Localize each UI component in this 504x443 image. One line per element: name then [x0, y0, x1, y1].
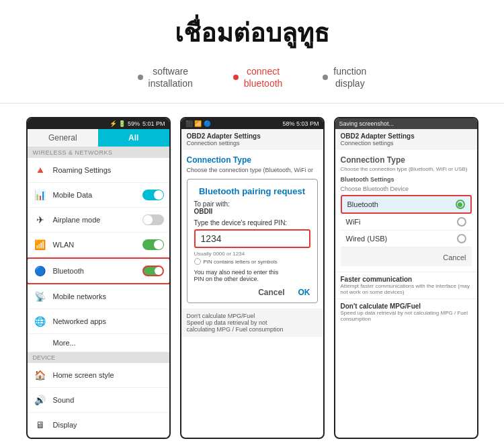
- airplane-icon: ✈: [33, 212, 48, 227]
- bt-radio-bluetooth: [456, 200, 465, 209]
- screen3-conn-desc: Choose the connection type (Bluetooth, W…: [341, 166, 472, 172]
- wlan-toggle[interactable]: [142, 239, 164, 250]
- bluetooth-toggle[interactable]: [142, 266, 164, 276]
- screen3-sub-title: Connection settings: [341, 140, 472, 147]
- bt-checkbox-row: PIN contains letters or symbols: [194, 258, 310, 265]
- row-more-label: More...: [33, 339, 164, 347]
- roaming-icon: 🔺: [33, 163, 48, 177]
- bt-option-wifi-label: WiFi: [346, 218, 457, 226]
- bluetooth-icon: 🔵: [33, 264, 48, 278]
- screen2-right-status: 58% 5:03 PM: [282, 120, 319, 127]
- step-function-label: functiondisplay: [333, 65, 366, 89]
- cancel-row: Cancel: [341, 247, 472, 266]
- bt-pin-input[interactable]: [194, 229, 310, 248]
- row-home-label: Home screen style: [53, 371, 164, 379]
- bt-to-pair: To pair with: OBDII: [194, 200, 310, 215]
- bt-option-wired[interactable]: Wired (USB): [341, 231, 472, 247]
- faster-desc: Attempt faster communications with the i…: [341, 283, 472, 295]
- sound-icon: 🔊: [33, 393, 48, 407]
- mobile-data-icon: 📊: [33, 188, 48, 202]
- screen2-status-bar: ⬛ 📶 🔵 58% 5:03 PM: [181, 118, 323, 129]
- mobile-data-toggle[interactable]: [142, 190, 164, 200]
- to-pair-label: To pair with:: [194, 200, 230, 208]
- bt-ok-button[interactable]: OK: [298, 288, 310, 297]
- screen2-sub-title: Connection settings: [187, 140, 318, 147]
- wlan-icon: 📶: [33, 237, 48, 252]
- bt-radio-wired: [457, 234, 466, 243]
- row-wlan: 📶 WLAN: [28, 233, 169, 257]
- faster-title: Faster communication: [341, 276, 472, 283]
- step-function: functiondisplay: [323, 65, 366, 89]
- row-roaming-label: Roaming Settings: [53, 166, 164, 174]
- bt-radio-dot: [458, 202, 462, 207]
- bt-cancel-button[interactable]: Cancel: [258, 288, 284, 297]
- screen3-conn-type: Connection Type: [341, 155, 472, 165]
- row-bluetooth: 🔵 Bluetooth: [26, 257, 171, 284]
- bt-checkbox-label: PIN contains letters or symbols: [204, 259, 278, 265]
- row-mobile-data-label: Mobile Data: [53, 191, 142, 199]
- screen2-app-title: OBD2 Adapter Settings: [187, 132, 318, 140]
- screen1-icons: ⚡ 🔋 59%: [110, 120, 140, 127]
- row-sound: 🔊 Sound: [28, 388, 169, 413]
- step-connect-dot: [233, 75, 239, 80]
- row-more[interactable]: More...: [28, 334, 169, 352]
- screen2-header: OBD2 Adapter Settings Connection setting…: [181, 129, 323, 150]
- conn-type-label: Connection Type: [187, 155, 318, 165]
- bt-option-bluetooth[interactable]: Bluetooth: [341, 195, 472, 214]
- row-home-screen: 🏠 Home screen style: [28, 363, 169, 388]
- phone-screen-3: Saving screenshot... OBD2 Adapter Settin…: [334, 117, 478, 439]
- row-mobile-data: 📊 Mobile Data: [28, 183, 169, 208]
- bt-checkbox[interactable]: [194, 258, 201, 265]
- step-software-label: softwareinstallation: [149, 65, 193, 89]
- bt-radio-wifi: [457, 217, 466, 227]
- screen2-mpg-desc: Speed up data retrieval by notcalculatin…: [187, 319, 318, 333]
- step-software-dot: [138, 75, 143, 80]
- bt-option-wifi[interactable]: WiFi: [341, 214, 472, 231]
- faster-section: Faster communication Attempt faster comm…: [335, 272, 477, 298]
- phone-screen-2: ⬛ 📶 🔵 58% 5:03 PM OBD2 Adapter Settings …: [180, 117, 325, 439]
- row-mobile-networks-label: Mobile networks: [53, 292, 164, 300]
- networked-apps-icon: 🌐: [33, 314, 48, 329]
- mpg-section: Don't calculate MPG/Fuel Speed up data r…: [335, 298, 477, 325]
- mobile-networks-icon: 📡: [33, 289, 48, 304]
- screen3-header: OBD2 Adapter Settings Connection setting…: [335, 129, 477, 150]
- row-airplane-label: Airplane mode: [53, 216, 142, 224]
- section-wireless: WIRELESS & NETWORKS: [28, 147, 169, 158]
- section-device: DEVICE: [28, 352, 169, 363]
- bt-pin-hint: Usually 0000 or 1234: [194, 251, 310, 257]
- saving-text: Saving screenshot...: [339, 120, 394, 127]
- row-networked-apps-label: Networked apps: [53, 317, 164, 325]
- screen2-left-status: ⬛ 📶 🔵: [185, 120, 211, 127]
- screen2-mpg-title: Don't calculate MPG/Fuel: [187, 313, 318, 319]
- screen3-app-title: OBD2 Adapter Settings: [341, 132, 472, 140]
- screen3-choose-label: Choose Bluetooth Device: [341, 186, 472, 192]
- bt-dialog-buttons: Cancel OK: [194, 288, 310, 297]
- bt-dialog-title: Bluetooth pairing request: [194, 186, 310, 196]
- row-networked-apps: 🌐 Networked apps: [28, 309, 169, 334]
- step-connect-label: connectbluetooth: [244, 65, 283, 89]
- cancel-btn[interactable]: Cancel: [443, 253, 466, 261]
- device-name: OBDII: [194, 208, 213, 215]
- screen3-body: Connection Type Choose the connection ty…: [335, 150, 477, 272]
- main-content: ⚡ 🔋 59% 5:01 PM General All WIRELESS & N…: [0, 104, 504, 443]
- home-icon: 🏠: [33, 368, 48, 382]
- screen1-status-bar: ⚡ 🔋 59% 5:01 PM: [28, 118, 169, 129]
- conn-type-desc: Choose the connection type (Bluetooth, W…: [187, 167, 318, 173]
- screen3-bt-settings: Bluetooth Settings: [341, 176, 472, 183]
- display-icon: 🖥: [33, 417, 48, 432]
- row-display-label: Display: [53, 421, 164, 429]
- page-header: เชื่อมต่อบลูทูธ softwareinstallation con…: [0, 0, 504, 104]
- airplane-toggle[interactable]: [142, 214, 164, 225]
- tab-all[interactable]: All: [98, 129, 169, 147]
- mpg-desc: Speed up data retrieval by not calculati…: [341, 310, 472, 322]
- bt-option-bluetooth-label: Bluetooth: [347, 200, 456, 208]
- screen2-bottom: Don't calculate MPG/Fuel Speed up data r…: [181, 309, 323, 337]
- bt-option-wired-label: Wired (USB): [346, 235, 457, 243]
- nav-steps: softwareinstallation connectbluetooth fu…: [7, 61, 497, 96]
- screen3-status-bar: Saving screenshot...: [335, 118, 477, 129]
- row-display: 🖥 Display: [28, 413, 169, 438]
- page-title: เชื่อมต่อบลูทูธ: [7, 12, 497, 53]
- row-roaming: 🔺 Roaming Settings: [28, 158, 169, 183]
- tab-general[interactable]: General: [28, 129, 99, 147]
- screen1-tabs: General All: [28, 129, 169, 147]
